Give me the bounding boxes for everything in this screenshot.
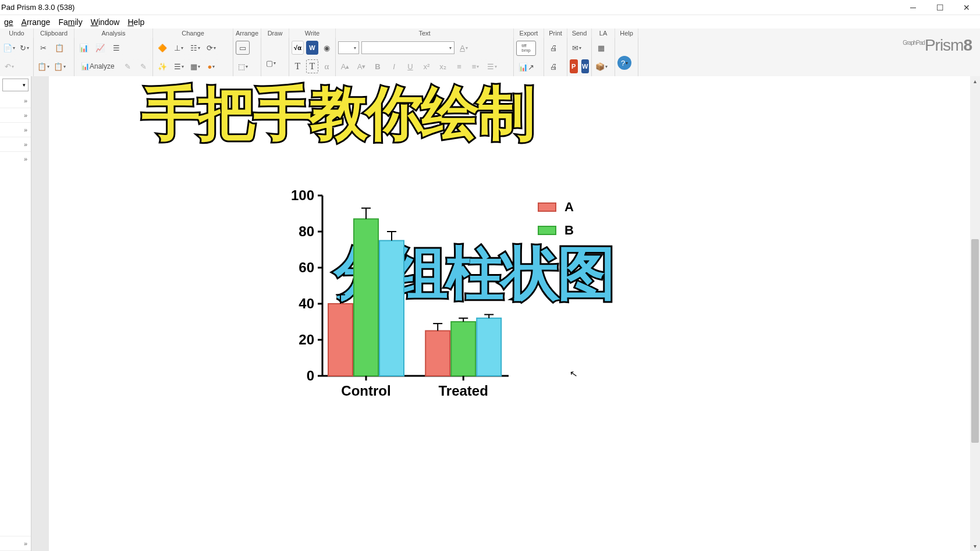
menu-help[interactable]: Help [123, 16, 148, 28]
magic-button[interactable]: ✨ [155, 59, 169, 73]
font-family-select[interactable]: ▾ [361, 41, 455, 54]
word-button[interactable]: W [306, 41, 318, 55]
analysis-btn-3[interactable]: ☰ [109, 41, 123, 55]
change-data[interactable]: ☷▾ [188, 41, 202, 55]
canvas-wrap: 手把手教你绘制 分组柱状图 020406080100ControlTreated… [31, 76, 980, 551]
ribbon-label-analysis: Analysis [74, 29, 153, 38]
legend-item-B[interactable]: B [538, 223, 574, 238]
svg-text:80: 80 [299, 223, 314, 239]
svg-text:20: 20 [299, 332, 314, 347]
sidebar-section-2[interactable]: » [0, 108, 31, 123]
font-color-button[interactable]: A▾ [457, 41, 471, 55]
italic-button[interactable]: I [387, 59, 401, 73]
send-word-button[interactable]: W [581, 59, 590, 73]
sidebar-section-4[interactable]: » [0, 137, 31, 152]
legend-swatch [538, 202, 556, 212]
ribbon: Undo Clipboard Analysis Change Arrange D… [0, 29, 980, 77]
underline-button[interactable]: U [403, 59, 417, 73]
menu-arrange[interactable]: Arrange [17, 16, 55, 28]
text-shrink[interactable]: A▾ [354, 59, 368, 73]
legend-label: A [564, 200, 574, 215]
change-axes[interactable]: ⊥▾ [172, 41, 186, 55]
analysis-btn-2[interactable]: 📈 [93, 41, 107, 55]
export-tiff-button[interactable]: tiffbmp [516, 41, 536, 56]
analyze-button[interactable]: 📊Analyze [77, 59, 119, 73]
draw-shape[interactable]: ▢▾ [264, 56, 278, 70]
vertical-scrollbar[interactable]: ▴ ▾ [970, 76, 980, 551]
help-button[interactable]: ?▾ [617, 56, 631, 70]
menu-window[interactable]: Window [87, 16, 124, 28]
cut-button[interactable]: ✂ [36, 41, 50, 55]
svg-rect-25 [425, 331, 450, 376]
send-powerpoint-button[interactable]: P [570, 59, 578, 73]
line-spacing[interactable]: ☰▾ [485, 59, 499, 73]
send-mail-button[interactable]: ✉▾ [570, 41, 584, 55]
scroll-thumb[interactable] [971, 239, 979, 443]
graph-canvas[interactable]: 手把手教你绘制 分组柱状图 020406080100ControlTreated… [49, 76, 980, 551]
align-center[interactable]: ≡▾ [468, 59, 482, 73]
equation-button[interactable]: √α [292, 41, 304, 55]
align-left[interactable]: ≡ [452, 59, 466, 73]
print-preview-button[interactable]: 🖨 [546, 59, 560, 73]
bold-button[interactable]: B [371, 59, 385, 73]
redo-button[interactable]: ↻▾ [18, 41, 31, 55]
sidebar-section-1[interactable]: » [0, 94, 31, 108]
print-button[interactable]: 🖨 [546, 41, 560, 55]
menu-family[interactable]: Family [54, 16, 86, 28]
ribbon-label-write: Write [289, 29, 336, 38]
paste-special-button[interactable]: 📋▾ [52, 59, 66, 73]
alpha-button[interactable]: α [321, 59, 333, 73]
annotate-button[interactable]: ◉ [321, 41, 333, 55]
bar-chart[interactable]: 020406080100ControlTreated [282, 190, 549, 411]
ribbon-label-help: Help [615, 29, 638, 38]
legend-item-A[interactable]: A [538, 200, 574, 215]
ribbon-label-text: Text [336, 29, 514, 38]
text-T-button[interactable]: T [292, 59, 304, 73]
ribbon-label-undo: Undo [0, 29, 34, 38]
la-button-1[interactable]: ▦ [594, 41, 608, 55]
text-T2-button[interactable]: T [306, 59, 318, 73]
change-format[interactable]: ☰▾ [172, 59, 186, 73]
export-graph-button[interactable]: 📊↗ [516, 61, 536, 73]
change-graph-type[interactable]: 🔶 [155, 41, 169, 55]
arrange-layout[interactable]: ▭ [236, 41, 250, 55]
svg-rect-17 [354, 219, 378, 376]
copy-button[interactable]: 📋 [52, 41, 66, 55]
ribbon-label-clipboard: Clipboard [34, 29, 74, 38]
font-size-select[interactable]: ▾ [338, 41, 359, 54]
paste-button[interactable]: 📋▾ [36, 59, 50, 73]
scroll-down-arrow[interactable]: ▾ [970, 541, 980, 551]
change-scheme[interactable]: ●▾ [204, 59, 218, 73]
sidebar-section-3[interactable]: » [0, 123, 31, 137]
analysis-clear[interactable]: ✎ [137, 59, 150, 73]
analysis-copy[interactable]: ✎ [121, 59, 134, 73]
ribbon-label-la: LA [592, 29, 615, 38]
svg-rect-14 [328, 304, 353, 376]
svg-text:Control: Control [341, 383, 390, 399]
subscript-button[interactable]: x₂ [436, 59, 450, 73]
sidebar-section-6[interactable]: » [0, 536, 31, 551]
svg-rect-20 [379, 241, 404, 376]
arrange-order[interactable]: ⬚▾ [236, 59, 250, 73]
menu-edit-partial[interactable]: ge [0, 16, 17, 28]
la-button-2[interactable]: 📦▾ [594, 59, 608, 73]
scroll-up-arrow[interactable]: ▴ [970, 76, 980, 86]
undo-button[interactable]: ↶▾ [2, 59, 16, 73]
sidebar-select[interactable]: ▾ [2, 79, 29, 91]
sidebar-section-5[interactable]: » [0, 152, 31, 536]
minimize-button[interactable]: ─ [900, 0, 926, 15]
navigator-sidebar: ▾ » » » » » » [0, 76, 31, 551]
svg-rect-31 [477, 318, 501, 376]
change-refresh[interactable]: ⟳▾ [204, 41, 218, 55]
svg-text:Treated: Treated [439, 383, 488, 399]
change-color[interactable]: ▦▾ [188, 59, 202, 73]
svg-text:0: 0 [307, 368, 314, 383]
analysis-btn-1[interactable]: 📊 [77, 41, 91, 55]
maximize-button[interactable]: ☐ [926, 0, 953, 15]
text-grow[interactable]: A▴ [338, 59, 352, 73]
chart-legend[interactable]: AB [538, 200, 574, 246]
superscript-button[interactable]: x² [420, 59, 434, 73]
file-button[interactable]: 📄▾ [2, 41, 16, 55]
close-button[interactable]: ✕ [953, 0, 980, 15]
overlay-caption-1: 手把手教你绘制 [142, 84, 533, 142]
